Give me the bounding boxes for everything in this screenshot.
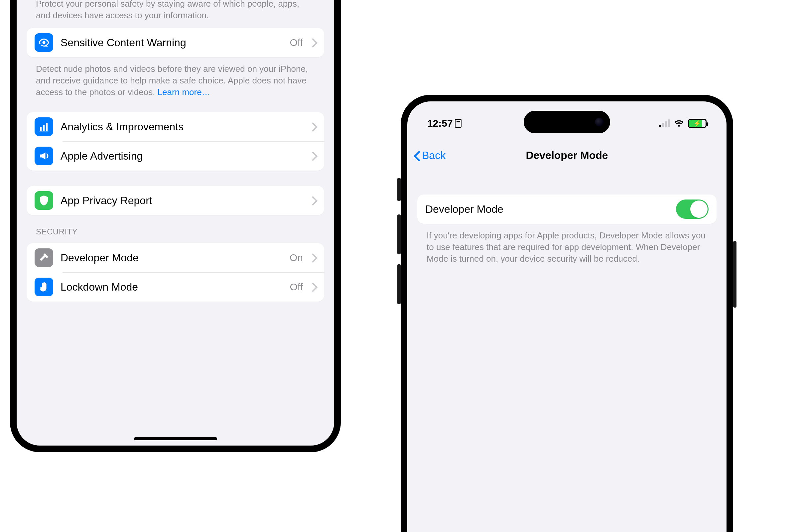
volume-up-button[interactable] [397, 214, 401, 254]
eye-warning-icon: ! [35, 33, 53, 52]
row-label: Analytics & Improvements [60, 121, 303, 133]
row-value: On [290, 252, 303, 263]
group-privacy-report: App Privacy Report [26, 186, 324, 215]
svg-rect-2 [40, 127, 41, 131]
hammer-icon [35, 248, 53, 267]
dev-mode-toggle[interactable] [676, 200, 708, 219]
row-label: Sensitive Content Warning [60, 37, 283, 49]
security-header: SECURITY [26, 215, 324, 241]
screen-left: Protect your personal safety by staying … [17, 0, 334, 445]
svg-rect-5 [40, 131, 49, 131]
status-time: 12:57 [427, 118, 453, 129]
group-security: Developer Mode On Lockdown Mode Off [26, 243, 324, 302]
screen-right: 12:57 ⚡ Back [407, 101, 726, 532]
row-developer-mode[interactable]: Developer Mode On [26, 243, 324, 272]
row-value: Off [290, 281, 303, 292]
battery-charging-icon: ⚡ [688, 119, 706, 128]
phone-right: 12:57 ⚡ Back [401, 95, 733, 532]
wifi-icon [674, 119, 684, 127]
home-indicator[interactable] [134, 437, 217, 440]
svg-text:!: ! [45, 45, 46, 48]
sensitive-footer: Detect nude photos and videos before the… [26, 58, 324, 102]
row-label: Lockdown Mode [60, 281, 283, 293]
chevron-right-icon [310, 253, 316, 263]
chevron-right-icon [310, 151, 316, 161]
row-label: Developer Mode [425, 203, 669, 215]
chevron-right-icon [310, 122, 316, 132]
row-label: App Privacy Report [60, 194, 303, 207]
svg-rect-3 [43, 125, 44, 131]
safety-check-footer: Protect your personal safety by staying … [26, 0, 324, 25]
sim-card-icon [455, 119, 461, 128]
mute-switch[interactable] [397, 178, 401, 201]
svg-point-0 [42, 41, 45, 44]
svg-rect-4 [46, 123, 48, 131]
bar-chart-icon [35, 117, 53, 136]
volume-down-button[interactable] [397, 264, 401, 304]
group-dev-mode: Developer Mode [417, 194, 717, 224]
row-label: Apple Advertising [60, 150, 303, 162]
group-analytics: Analytics & Improvements Apple Advertisi… [26, 112, 324, 171]
row-label: Developer Mode [60, 252, 282, 264]
hand-icon [35, 278, 53, 296]
row-dev-mode-toggle: Developer Mode [417, 194, 717, 224]
chevron-right-icon [310, 38, 316, 48]
group-sensitive: ! Sensitive Content Warning Off [26, 28, 324, 57]
row-lockdown-mode[interactable]: Lockdown Mode Off [26, 272, 324, 302]
phone-left: Protect your personal safety by staying … [10, 0, 341, 452]
dev-mode-footer: If you're developing apps for Apple prod… [417, 225, 717, 269]
learn-more-link[interactable]: Learn more… [158, 87, 210, 97]
row-value: Off [290, 37, 303, 48]
status-bar: 12:57 ⚡ [407, 113, 726, 133]
chevron-right-icon [310, 195, 316, 206]
row-analytics[interactable]: Analytics & Improvements [26, 112, 324, 141]
megaphone-icon [35, 147, 53, 165]
row-sensitive-content[interactable]: ! Sensitive Content Warning Off [26, 28, 324, 57]
chevron-right-icon [310, 282, 316, 292]
row-advertising[interactable]: Apple Advertising [26, 141, 324, 171]
row-privacy-report[interactable]: App Privacy Report [26, 186, 324, 215]
shield-icon [35, 191, 53, 210]
power-button[interactable] [733, 241, 737, 307]
cellular-signal-icon [659, 119, 670, 127]
